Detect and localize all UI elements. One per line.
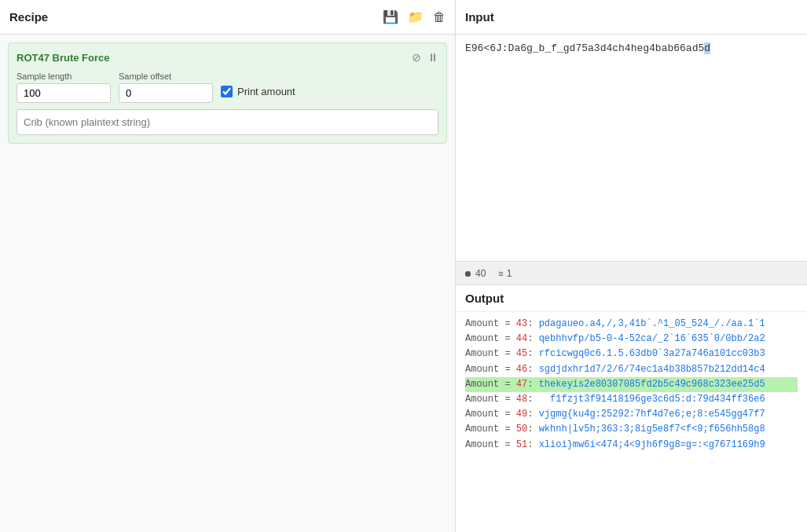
sample-length-label: Sample length — [17, 72, 111, 81]
folder-icon[interactable]: 📁 — [408, 9, 424, 24]
input-header: Input — [456, 0, 807, 34]
amount-label: Amount = — [465, 409, 516, 420]
amount-content: pdagaueo.a4,/,3,41b`.^1_05_524_/./aa.1`1 — [539, 318, 765, 329]
sample-offset-group: Sample offset — [119, 72, 213, 103]
input-area[interactable]: E96<6J:Da6g_b_f_gd75a3d4ch4heg4bab66ad5d — [456, 35, 807, 262]
disable-icon[interactable]: ⊘ — [412, 51, 421, 64]
top-bar: Recipe 💾 📁 🗑 Input — [0, 0, 807, 35]
status-value: 1 — [507, 268, 512, 279]
recipe-block: ROT47 Brute Force ⊘ ⏸ Sample length Samp… — [8, 42, 447, 144]
save-icon[interactable]: 💾 — [383, 9, 398, 24]
print-amount-checkbox[interactable] — [221, 86, 233, 97]
amount-content: sgdjdxhr1d7/2/6/74ec1a4b38b857b212dd14c4 — [539, 364, 765, 375]
recipe-block-controls: ⊘ ⏸ — [412, 51, 438, 64]
amount-colon: : — [527, 424, 538, 435]
header-icons: 💾 📁 🗑 — [383, 9, 446, 24]
amount-content: thekeyis2e80307085fd2b5c49c968c323ee25d5 — [539, 379, 765, 390]
print-amount-container: Print amount — [221, 86, 295, 97]
status-bar: ⏺ 40 ≡ 1 — [456, 262, 807, 285]
amount-label: Amount = — [465, 364, 516, 375]
crib-input[interactable] — [17, 109, 438, 135]
amount-colon: : — [527, 333, 538, 344]
amount-content: rfcicwgq0c6.1.5.63db0`3a27a746a101cc03b3 — [539, 348, 765, 359]
amount-label: Amount = — [465, 424, 516, 435]
main-content: ROT47 Brute Force ⊘ ⏸ Sample length Samp… — [0, 35, 807, 532]
input-panel-title: Input — [465, 10, 494, 24]
amount-number: 49 — [516, 409, 527, 420]
amount-colon: : — [527, 379, 538, 390]
amount-colon: : — [527, 348, 538, 359]
amount-number: 50 — [516, 424, 527, 435]
output-line: Amount = 43: pdagaueo.a4,/,3,41b`.^1_05_… — [465, 317, 798, 332]
status-count: 40 — [475, 268, 486, 279]
output-line: Amount = 46: sgdjdxhr1d7/2/6/74ec1a4b38b… — [465, 362, 798, 377]
amount-colon: : — [527, 409, 538, 420]
output-line: Amount = 47: thekeyis2e80307085fd2b5c49c… — [465, 377, 798, 392]
equals-icon: ≡ — [498, 269, 503, 278]
recipe-header: Recipe 💾 📁 🗑 — [0, 0, 456, 34]
output-title: Output — [465, 292, 504, 305]
output-line: Amount = 48: f1fzjt3f91418196ge3c6d5:d:7… — [465, 392, 798, 407]
input-highlight: d — [704, 42, 710, 54]
amount-label: Amount = — [465, 318, 516, 329]
amount-content: f1fzjt3f91418196ge3c6d5:d:79d434ff36e6 — [539, 394, 765, 405]
output-lines: Amount = 43: pdagaueo.a4,/,3,41b`.^1_05_… — [465, 317, 798, 453]
status-equals: ≡ 1 — [498, 268, 512, 279]
amount-colon: : — [527, 439, 538, 450]
status-rec: ⏺ 40 — [464, 268, 486, 279]
right-panel: E96<6J:Da6g_b_f_gd75a3d4ch4heg4bab66ad5d… — [456, 35, 807, 532]
amount-number: 51 — [516, 439, 527, 450]
output-line: Amount = 44: qebhhvfp/b5-0-4-52ca/_2`16`… — [465, 332, 798, 347]
pause-icon[interactable]: ⏸ — [427, 51, 438, 64]
sample-length-group: Sample length — [17, 72, 111, 103]
sample-offset-input[interactable] — [119, 83, 213, 103]
amount-number: 45 — [516, 348, 527, 359]
output-area: Amount = 43: pdagaueo.a4,/,3,41b`.^1_05_… — [456, 312, 807, 532]
rec-icon: ⏺ — [464, 269, 472, 278]
amount-label: Amount = — [465, 394, 516, 405]
amount-number: 46 — [516, 364, 527, 375]
output-line: Amount = 51: xlioi}mw6i<474;4<9jh6f9g8=g… — [465, 438, 798, 453]
output-line: Amount = 49: vjgmg{ku4g:25292:7hf4d7e6;e… — [465, 407, 798, 422]
print-amount-label: Print amount — [237, 86, 295, 97]
amount-content: qebhhvfp/b5-0-4-52ca/_2`16`635`0/0bb/2a2 — [539, 333, 765, 344]
amount-content: vjgmg{ku4g:25292:7hf4d7e6;e;8:e545gg47f7 — [539, 409, 765, 420]
amount-label: Amount = — [465, 379, 516, 390]
delete-icon[interactable]: 🗑 — [433, 10, 446, 24]
amount-label: Amount = — [465, 439, 516, 450]
left-panel: ROT47 Brute Force ⊘ ⏸ Sample length Samp… — [0, 35, 456, 532]
sample-offset-label: Sample offset — [119, 72, 213, 81]
input-text[interactable]: E96<6J:Da6g_b_f_gd75a3d4ch4heg4bab66ad5d — [465, 42, 798, 54]
recipe-block-header: ROT47 Brute Force ⊘ ⏸ — [17, 51, 438, 64]
sample-length-input[interactable] — [17, 83, 111, 103]
amount-number: 47 — [516, 379, 527, 390]
amount-content: xlioi}mw6i<474;4<9jh6f9g8=g=:<g7671169h9 — [539, 439, 765, 450]
amount-colon: : — [527, 364, 538, 375]
recipe-title: Recipe — [9, 10, 48, 24]
output-line: Amount = 50: wkhnh|lv5h;363:3;8ig5e8f7<f… — [465, 422, 798, 437]
amount-content: wkhnh|lv5h;363:3;8ig5e8f7<f<9;f656hh58g8 — [539, 424, 765, 435]
amount-label: Amount = — [465, 348, 516, 359]
recipe-block-title: ROT47 Brute Force — [17, 52, 109, 64]
amount-number: 48 — [516, 394, 527, 405]
amount-colon: : — [527, 394, 538, 405]
amount-number: 43 — [516, 318, 527, 329]
amount-colon: : — [527, 318, 538, 329]
amount-label: Amount = — [465, 333, 516, 344]
recipe-fields: Sample length Sample offset Print amount — [17, 72, 438, 103]
output-header: Output — [456, 285, 807, 312]
amount-number: 44 — [516, 333, 527, 344]
output-line: Amount = 45: rfcicwgq0c6.1.5.63db0`3a27a… — [465, 347, 798, 361]
